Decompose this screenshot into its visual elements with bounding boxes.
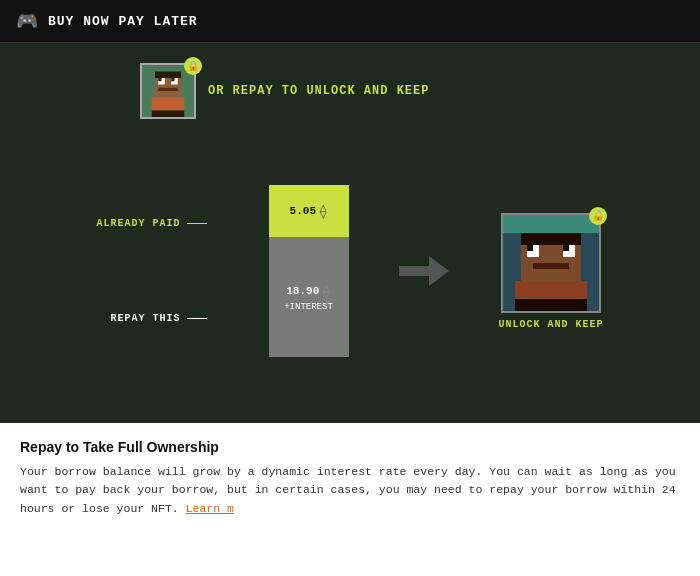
learn-link[interactable]: Learn m bbox=[186, 502, 234, 515]
nft-locked-small: 🔒 bbox=[140, 63, 196, 119]
bar-paid: 5.05 ⟠ bbox=[269, 185, 349, 237]
bar-labels: ALREADY PAID REPAY THIS bbox=[96, 218, 206, 324]
header-icon: 🎮 bbox=[16, 10, 38, 32]
svg-rect-6 bbox=[171, 78, 174, 81]
svg-rect-21 bbox=[515, 299, 587, 311]
svg-rect-18 bbox=[563, 245, 569, 251]
svg-rect-7 bbox=[158, 88, 178, 91]
svg-marker-10 bbox=[399, 256, 449, 286]
already-paid-label: ALREADY PAID bbox=[96, 218, 206, 229]
header-title: BUY NOW PAY LATER bbox=[48, 14, 198, 29]
svg-rect-17 bbox=[527, 245, 533, 251]
svg-rect-14 bbox=[521, 233, 581, 245]
svg-rect-2 bbox=[155, 72, 181, 79]
unlock-badge: 🔓 bbox=[589, 207, 607, 225]
unlock-keep-label: UNLOCK AND KEEP bbox=[499, 319, 604, 330]
svg-rect-9 bbox=[152, 111, 185, 118]
nft-unlocked-large: 🔓 bbox=[501, 213, 601, 313]
top-row: 🔒 OR REPAY TO UNLOCK AND KEEP bbox=[140, 63, 429, 119]
repay-this-label: REPAY THIS bbox=[110, 313, 206, 324]
nft-unlocked-section: 🔓 UNLOCK AND KEEP bbox=[499, 213, 604, 330]
bottom-title: Repay to Take Full Ownership bbox=[20, 439, 680, 455]
bottom-area: Repay to Take Full Ownership Your borrow… bbox=[0, 423, 700, 576]
bar-repay: 18.90 ⟠ +INTEREST bbox=[269, 237, 349, 357]
svg-rect-20 bbox=[515, 281, 587, 299]
main-area: 🔒 OR REPAY TO UNLOCK AND KEEP ALREADY PA… bbox=[0, 43, 700, 423]
svg-rect-12 bbox=[503, 215, 599, 233]
interest-text: +INTEREST bbox=[284, 302, 333, 312]
header: 🎮 BUY NOW PAY LATER bbox=[0, 0, 700, 43]
svg-rect-5 bbox=[158, 78, 161, 81]
svg-rect-8 bbox=[152, 98, 185, 111]
middle-section: ALREADY PAID REPAY THIS 5.05 ⟠ 18.90 ⟠ bbox=[96, 139, 603, 403]
bar-container: 5.05 ⟠ 18.90 ⟠ +INTEREST bbox=[269, 185, 349, 357]
lock-badge: 🔒 bbox=[184, 57, 202, 75]
or-repay-text: OR REPAY TO UNLOCK AND KEEP bbox=[208, 84, 429, 98]
bottom-description: Your borrow balance will grow by a dynam… bbox=[20, 463, 680, 518]
arrow-right bbox=[399, 251, 449, 291]
svg-rect-19 bbox=[533, 263, 569, 269]
